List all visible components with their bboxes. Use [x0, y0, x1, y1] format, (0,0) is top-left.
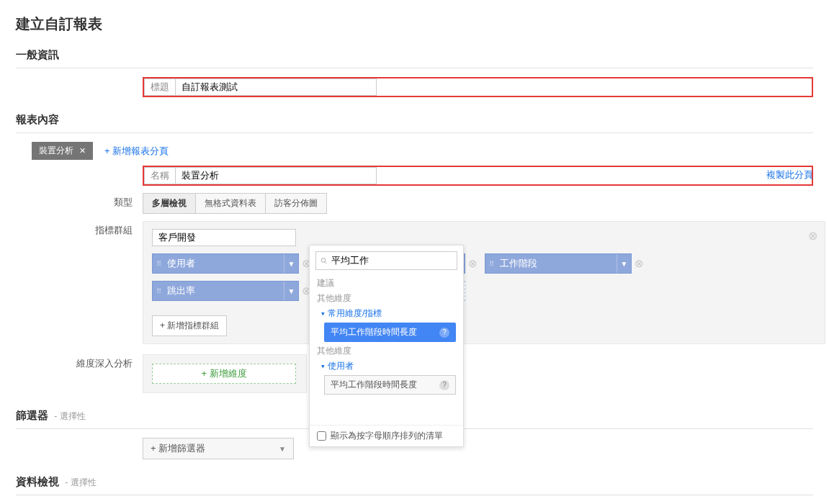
general-header: 一般資訊 — [16, 48, 813, 68]
dropdown-cat-common[interactable]: 常用維度/指標 — [310, 306, 463, 321]
metric-panel: ⊗ ⠿ 使用者 ▼ ⊗ ⠿ — [143, 221, 825, 344]
tab-label: 裝置分析 — [39, 145, 73, 157]
remove-chip-icon[interactable]: ⊗ — [468, 257, 478, 270]
dropdown-item-avg-session-duration-selected[interactable]: 平均工作階段時間長度 ? — [324, 323, 456, 342]
chevron-down-icon[interactable]: ▼ — [617, 254, 631, 273]
add-filter-select[interactable]: + 新增篩選器 ▼ — [143, 438, 294, 459]
svg-line-1 — [325, 262, 326, 264]
type-multi-button[interactable]: 多層檢視 — [143, 194, 196, 213]
alpha-sort-label: 顯示為按字母順序排列的清單 — [331, 430, 443, 442]
name-input[interactable] — [175, 167, 377, 184]
grip-icon: ⠿ — [153, 287, 163, 295]
close-panel-icon[interactable]: ⊗ — [808, 229, 817, 243]
duplicate-tab-link[interactable]: 複製此分頁 — [766, 168, 813, 181]
dropdown-item-avg-session-duration[interactable]: 平均工作階段時間長度 ? — [324, 375, 456, 395]
add-metric-group-button[interactable]: + 新增指標群組 — [152, 315, 227, 336]
search-icon — [321, 256, 327, 265]
help-icon[interactable]: ? — [439, 380, 449, 390]
help-icon[interactable]: ? — [439, 328, 449, 338]
metric-group-label: 指標群組 — [16, 221, 143, 240]
svg-point-0 — [321, 258, 326, 263]
metric-chip-sessions[interactable]: ⠿ 工作階段 ▼ — [485, 253, 632, 274]
section-dataview: 資料檢視 - 選擇性 與這個帳戶關聯的所有資料檢視 已選取 1 個資料檢視 ▼ — [16, 475, 813, 504]
metric-search-input[interactable] — [331, 256, 452, 266]
name-label: 名稱 — [144, 167, 175, 184]
chevron-down-icon[interactable]: ▼ — [284, 254, 298, 273]
type-label: 類型 — [16, 193, 143, 212]
type-button-group: 多層檢視 無格式資料表 訪客分佈圖 — [143, 193, 327, 214]
title-input[interactable] — [175, 78, 377, 96]
tab-device-analysis[interactable]: 裝置分析 ✕ — [32, 142, 93, 160]
type-visitor-button[interactable]: 訪客分佈圖 — [266, 194, 326, 213]
page-title: 建立自訂報表 — [16, 14, 813, 34]
grip-icon: ⠿ — [485, 260, 496, 268]
dropdown-other-dim-label: 其他維度 — [310, 291, 463, 306]
grip-icon: ⠿ — [153, 260, 163, 268]
name-field-wrap: 名稱 — [143, 166, 813, 186]
add-tab-link[interactable]: + 新增報表分頁 — [104, 145, 169, 158]
content-header: 報表內容 — [16, 113, 813, 133]
section-general: 一般資訊 標題 — [16, 48, 813, 97]
type-flat-button[interactable]: 無格式資料表 — [196, 194, 266, 213]
metric-chip-bounce-rate[interactable]: ⠿ 跳出率 ▼ — [152, 281, 299, 301]
dimension-drilldown-label: 維度深入分析 — [16, 354, 143, 373]
dropdown-other-dim-label-2: 其他維度 — [310, 343, 463, 359]
dropdown-cat-user[interactable]: 使用者 — [310, 359, 463, 374]
add-dimension-button[interactable]: + 新增維度 — [152, 364, 296, 384]
dropdown-suggest-label: 建議 — [310, 276, 463, 291]
chevron-down-icon[interactable]: ▼ — [284, 282, 298, 300]
chevron-down-icon: ▼ — [279, 445, 286, 453]
metric-group-name-input[interactable] — [152, 229, 296, 246]
title-field-wrap: 標題 — [143, 77, 813, 97]
alpha-sort-checkbox[interactable] — [317, 431, 326, 441]
remove-chip-icon[interactable]: ⊗ — [635, 257, 644, 270]
metric-chip-users[interactable]: ⠿ 使用者 ▼ — [152, 253, 299, 274]
dimension-panel: + 新增維度 — [143, 354, 307, 393]
metric-search-box — [315, 251, 457, 270]
close-icon[interactable]: ✕ — [79, 146, 86, 156]
title-label: 標題 — [144, 78, 175, 96]
metric-search-dropdown: 建議 其他維度 常用維度/指標 平均工作階段時間長度 ? 其他維度 使用者 平均… — [309, 245, 464, 447]
dataview-header: 資料檢視 - 選擇性 — [16, 475, 813, 495]
